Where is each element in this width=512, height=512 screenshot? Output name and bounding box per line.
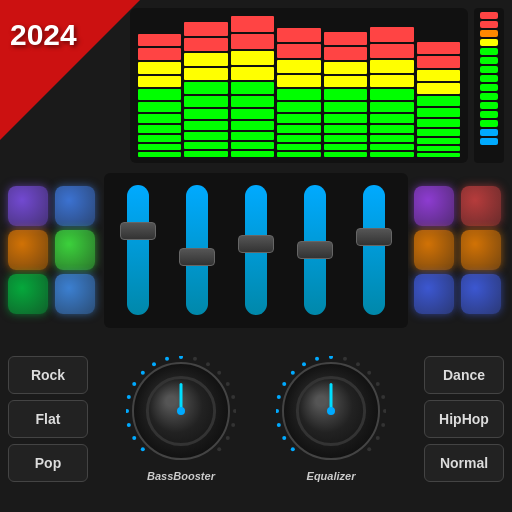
spectrum-bar-0	[138, 14, 181, 157]
bass-booster-knob-container: BassBooster	[126, 356, 236, 482]
pad-left-0[interactable]	[8, 186, 48, 226]
volume-segment-12	[480, 120, 498, 127]
equalizer-knob-container: Equalizer	[276, 356, 386, 482]
spectrum-bar-1	[184, 14, 227, 157]
preset-btn-dance[interactable]: Dance	[424, 356, 504, 394]
volume-segment-3	[480, 39, 498, 46]
year-label: 2024	[10, 18, 77, 52]
spectrum-bar-6	[417, 14, 460, 157]
volume-segment-11	[480, 111, 498, 118]
spectrum-bar-4	[324, 14, 367, 157]
volume-segment-10	[480, 102, 498, 109]
volume-segment-0	[480, 12, 498, 19]
preset-btn-rock[interactable]: Rock	[8, 356, 88, 394]
bass-booster-surround	[126, 356, 236, 466]
preset-buttons-right: DanceHipHopNormal	[424, 356, 504, 482]
pad-right-2[interactable]	[414, 230, 454, 270]
volume-segment-13	[480, 129, 498, 136]
fader-handle-1[interactable]	[179, 248, 215, 266]
fader-handle-4[interactable]	[356, 228, 392, 246]
volume-segment-14	[480, 138, 498, 145]
pad-grid-left	[8, 186, 98, 314]
pad-right-3[interactable]	[461, 230, 501, 270]
mixer-section	[8, 170, 504, 330]
fader-handle-2[interactable]	[238, 235, 274, 253]
preset-buttons-left: RockFlatPop	[8, 356, 88, 482]
pad-left-2[interactable]	[8, 230, 48, 270]
volume-segment-1	[480, 21, 498, 28]
volume-segment-5	[480, 57, 498, 64]
spectrum-analyzer	[130, 8, 468, 163]
equalizer-surround	[276, 356, 386, 466]
faders-area	[104, 173, 408, 328]
volume-segment-6	[480, 66, 498, 73]
volume-segment-9	[480, 93, 498, 100]
fader-track-2	[245, 185, 267, 315]
bass-booster-knob[interactable]	[126, 356, 236, 466]
pad-left-1[interactable]	[55, 186, 95, 226]
preset-btn-hiphop[interactable]: HipHop	[424, 400, 504, 438]
fader-handle-3[interactable]	[297, 241, 333, 259]
fader-track-1	[186, 185, 208, 315]
preset-btn-pop[interactable]: Pop	[8, 444, 88, 482]
spectrum-bar-3	[277, 14, 320, 157]
bottom-section: RockFlatPop BassBooster Equalizer DanceH…	[8, 335, 504, 503]
fader-track-0	[127, 185, 149, 315]
pad-left-3[interactable]	[55, 230, 95, 270]
spectrum-bar-2	[231, 14, 274, 157]
volume-segment-7	[480, 75, 498, 82]
preset-btn-normal[interactable]: Normal	[424, 444, 504, 482]
pad-right-5[interactable]	[461, 274, 501, 314]
pad-left-4[interactable]	[8, 274, 48, 314]
pad-right-1[interactable]	[461, 186, 501, 226]
pad-right-4[interactable]	[414, 274, 454, 314]
fader-track-4	[363, 185, 385, 315]
preset-btn-flat[interactable]: Flat	[8, 400, 88, 438]
fader-handle-0[interactable]	[120, 222, 156, 240]
spectrum-bar-5	[370, 14, 413, 157]
bass-booster-label: BassBooster	[147, 470, 215, 482]
volume-segment-2	[480, 30, 498, 37]
volume-segment-4	[480, 48, 498, 55]
equalizer-label: Equalizer	[307, 470, 356, 482]
equalizer-knob[interactable]	[276, 356, 386, 466]
pad-grid-right	[414, 186, 504, 314]
volume-segment-8	[480, 84, 498, 91]
volume-slider[interactable]	[474, 8, 504, 163]
fader-track-3	[304, 185, 326, 315]
knobs-area: BassBooster Equalizer	[96, 356, 416, 482]
pad-right-0[interactable]	[414, 186, 454, 226]
pad-left-5[interactable]	[55, 274, 95, 314]
